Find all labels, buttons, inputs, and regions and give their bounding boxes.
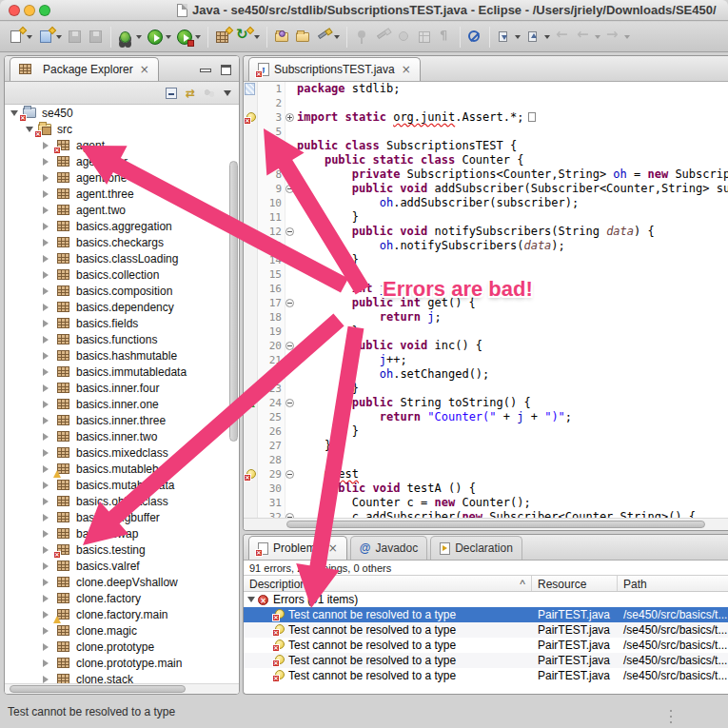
tree-item-agent.three[interactable]: agent.three: [5, 186, 239, 202]
tree-item-clone.prototype.main[interactable]: clone.prototype.main: [5, 655, 239, 671]
expand-arrow-icon[interactable]: [43, 255, 52, 263]
collapse-fold-icon[interactable]: [285, 299, 294, 307]
tree-item-basics.valref[interactable]: basics.valref: [5, 558, 239, 574]
expand-arrow-icon[interactable]: [43, 287, 52, 295]
tree-item-basics.immutabledata[interactable]: basics.immutabledata: [5, 364, 239, 380]
expand-arrow-icon[interactable]: [43, 579, 52, 586]
tree-item-agent[interactable]: ×agent: [5, 137, 239, 153]
tab-declaration[interactable]: Declaration: [430, 536, 522, 560]
expand-arrow-icon[interactable]: [43, 498, 52, 505]
resize-grip[interactable]: [669, 709, 673, 726]
expand-arrow-icon[interactable]: [43, 304, 52, 311]
dropdown-caret-icon[interactable]: [254, 35, 260, 42]
tree-item-basics.testing[interactable]: ×basics.testing: [5, 541, 239, 558]
expand-arrow-icon[interactable]: [43, 562, 52, 570]
open-resource-button[interactable]: [292, 25, 313, 49]
dropdown-caret-icon[interactable]: [195, 35, 201, 42]
zoom-window-button[interactable]: [39, 5, 50, 16]
expand-arrow-icon[interactable]: [43, 595, 52, 602]
tree-item-basics.mutablebox[interactable]: basics.mutablebox: [5, 461, 239, 477]
dropdown-caret-icon[interactable]: [595, 35, 600, 42]
expand-arrow-icon[interactable]: [43, 676, 52, 683]
collapse-fold-icon[interactable]: [285, 342, 294, 350]
dropdown-caret-icon[interactable]: [56, 35, 62, 42]
debug-button[interactable]: [115, 25, 145, 49]
expand-arrow-icon[interactable]: [247, 597, 255, 606]
expand-arrow-icon[interactable]: [43, 659, 52, 667]
expand-arrow-icon[interactable]: [43, 482, 52, 489]
tree-item-basics.ringbuffer[interactable]: basics.ringbuffer: [5, 509, 239, 525]
tree-item-clone.deepVshallow[interactable]: clone.deepVshallow: [5, 574, 239, 590]
run-button[interactable]: [145, 25, 174, 49]
problem-row[interactable]: ×Test cannot be resolved to a typePairTE…: [244, 607, 728, 622]
expand-arrow-icon[interactable]: [43, 239, 52, 246]
refresh-button[interactable]: ↻: [233, 25, 263, 49]
expand-arrow-icon[interactable]: [43, 384, 52, 392]
dropdown-caret-icon[interactable]: [136, 35, 142, 42]
dropdown-caret-icon[interactable]: [515, 35, 521, 42]
close-icon[interactable]: ×: [328, 542, 338, 554]
tree-item-clone.stack[interactable]: clone.stack: [5, 671, 239, 683]
expand-arrow-icon[interactable]: [43, 449, 52, 457]
problem-row[interactable]: ×Test cannot be resolved to a typePairTE…: [244, 638, 728, 653]
tree-item-basics.collection[interactable]: basics.collection: [5, 266, 239, 283]
tree-item-src[interactable]: ×src: [5, 121, 239, 137]
expand-arrow-icon[interactable]: [43, 142, 52, 149]
expand-arrow-icon[interactable]: [43, 271, 52, 279]
new-java-project-button[interactable]: [35, 25, 65, 49]
format-brush-button[interactable]: [313, 25, 343, 49]
new-wizard-button[interactable]: [6, 25, 35, 49]
expand-fold-icon[interactable]: [285, 113, 294, 122]
collapse-fold-icon[interactable]: [285, 470, 294, 479]
tree-item-basics.inner.two[interactable]: basics.inner.two: [5, 428, 239, 444]
expand-arrow-icon[interactable]: [43, 546, 52, 554]
problem-row[interactable]: ×Test cannot be resolved to a typePairTE…: [244, 668, 728, 683]
expand-arrow-icon[interactable]: [43, 643, 52, 651]
expand-arrow-icon[interactable]: [43, 465, 52, 473]
expand-arrow-icon[interactable]: [43, 627, 52, 635]
tree-item-basics.inner.one[interactable]: basics.inner.one: [5, 396, 239, 412]
collapse-fold-icon[interactable]: [285, 399, 294, 407]
collapse-arrow-icon[interactable]: [26, 127, 33, 136]
collapse-all-icon[interactable]: [166, 88, 177, 99]
tree-item-basics.classLoading[interactable]: basics.classLoading: [5, 250, 239, 266]
expand-arrow-icon[interactable]: [43, 190, 52, 198]
expand-arrow-icon[interactable]: [43, 320, 52, 327]
tree-item-basics.aggregation[interactable]: basics.aggregation: [5, 218, 239, 234]
link-with-editor-button[interactable]: [464, 25, 485, 49]
tree-item-clone.magic[interactable]: clone.magic: [5, 622, 239, 639]
tree-item-se450[interactable]: ×se450: [5, 105, 239, 121]
column-resource[interactable]: Resource: [532, 576, 618, 591]
dropdown-caret-icon[interactable]: [27, 35, 32, 42]
next-annotation-button[interactable]: [494, 25, 523, 49]
maximize-view-button[interactable]: [221, 65, 231, 75]
tab-javadoc[interactable]: @ Javadoc: [350, 536, 427, 560]
editor-horizontal-scrollbar[interactable]: [244, 518, 728, 530]
tree-item-agent.two[interactable]: agent.two: [5, 202, 239, 218]
coverage-button[interactable]: [174, 25, 204, 49]
expand-arrow-icon[interactable]: [43, 417, 52, 424]
tree-item-agent.four[interactable]: agent.four: [5, 153, 239, 169]
tab-package-explorer[interactable]: Package Explorer ×: [10, 57, 159, 81]
problem-row[interactable]: ×Test cannot be resolved to a typePairTE…: [244, 622, 728, 638]
view-menu-icon[interactable]: [224, 90, 231, 100]
expand-arrow-icon[interactable]: [43, 530, 52, 538]
tree-item-basics.composition[interactable]: basics.composition: [5, 283, 239, 299]
tab-problems[interactable]: × Problems ×: [248, 536, 347, 560]
tree-item-clone.factory.main[interactable]: clone.factory.main: [5, 606, 239, 622]
dropdown-caret-icon[interactable]: [166, 35, 171, 42]
tab-editor-file[interactable]: J× SubscriptionsTEST.java ×: [248, 57, 421, 81]
collapse-fold-icon[interactable]: [285, 185, 294, 193]
expand-arrow-icon[interactable]: [43, 433, 52, 441]
close-window-button[interactable]: [9, 5, 20, 16]
minimize-window-button[interactable]: [24, 5, 35, 16]
expand-arrow-icon[interactable]: [43, 158, 52, 166]
tree-item-basics.inner.three[interactable]: basics.inner.three: [5, 412, 239, 428]
dropdown-caret-icon[interactable]: [624, 35, 630, 42]
column-description[interactable]: Description ^: [244, 576, 532, 591]
problems-group-row[interactable]: × Errors (91 items): [244, 592, 728, 607]
expand-arrow-icon[interactable]: [43, 207, 52, 214]
close-icon[interactable]: ×: [402, 64, 411, 75]
expand-arrow-icon[interactable]: [43, 223, 52, 230]
tree-item-basics.hashmutable[interactable]: basics.hashmutable: [5, 347, 239, 364]
